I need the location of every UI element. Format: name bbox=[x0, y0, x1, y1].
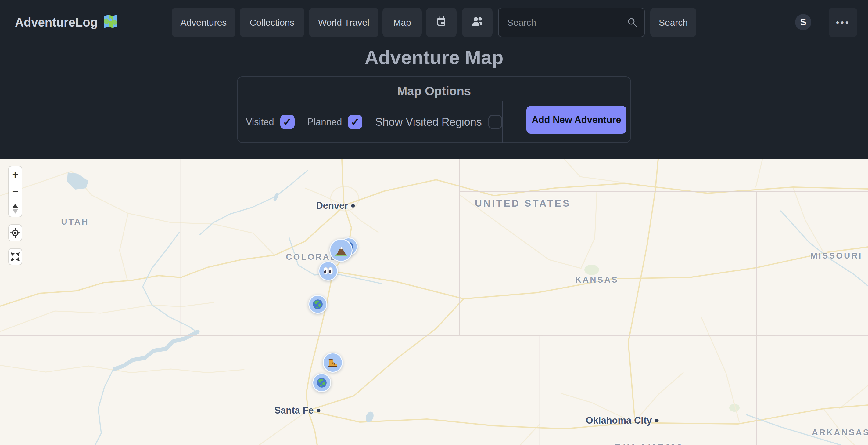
nav-world-travel[interactable]: World Travel bbox=[309, 8, 378, 37]
map-fullscreen-control bbox=[9, 249, 22, 265]
nav-map[interactable]: Map bbox=[382, 8, 422, 37]
nav-collections-label: Collections bbox=[250, 18, 294, 28]
mountain-icon bbox=[334, 243, 348, 258]
hiking-boot-icon bbox=[327, 356, 339, 369]
nav-world-travel-label: World Travel bbox=[318, 18, 369, 28]
folded-map-icon bbox=[102, 13, 118, 32]
add-new-adventure-button[interactable]: Add New Adventure bbox=[526, 106, 626, 134]
mountain-marker[interactable] bbox=[330, 239, 352, 262]
page-title: Adventure Map bbox=[0, 47, 868, 68]
option-visited: Visited✓ bbox=[246, 115, 294, 129]
map-zoom-control: + − bbox=[9, 166, 22, 217]
option-label-planned: Planned bbox=[307, 117, 342, 127]
map-options-title: Map Options bbox=[238, 84, 630, 98]
users-button[interactable] bbox=[462, 8, 493, 37]
nav-collections[interactable]: Collections bbox=[240, 8, 304, 37]
globe-icon bbox=[312, 298, 323, 310]
search-button[interactable]: Search bbox=[650, 8, 696, 37]
adventurelog-app: AdventureLog Adventures Collections Worl… bbox=[0, 0, 868, 445]
fullscreen-button[interactable] bbox=[9, 249, 22, 265]
map-options-card: Map Options Visited✓Planned✓Show Visited… bbox=[237, 76, 631, 143]
avatar[interactable]: S bbox=[795, 14, 811, 30]
pitch-toggle-button[interactable] bbox=[9, 200, 22, 217]
globe-marker[interactable] bbox=[312, 373, 331, 392]
calendar-icon bbox=[435, 15, 447, 30]
search-button-label: Search bbox=[659, 18, 688, 28]
option-planned: Planned✓ bbox=[307, 115, 363, 129]
search-icon bbox=[626, 17, 638, 29]
overflow-menu-button[interactable]: ••• bbox=[829, 8, 857, 37]
geolocate-button[interactable] bbox=[9, 225, 22, 241]
search-field-wrap bbox=[498, 8, 645, 37]
checkbox-planned[interactable]: ✓ bbox=[348, 115, 362, 129]
top-navbar: AdventureLog Adventures Collections Worl… bbox=[0, 8, 868, 37]
nav-adventures[interactable]: Adventures bbox=[172, 8, 236, 37]
check-icon: ✓ bbox=[351, 117, 360, 127]
checkbox-show-visited-regions[interactable] bbox=[488, 115, 502, 129]
zoom-out-button[interactable]: − bbox=[9, 183, 22, 200]
ellipsis-icon: ••• bbox=[836, 18, 850, 27]
map-base-layer bbox=[0, 159, 868, 445]
zoom-in-button[interactable]: + bbox=[9, 166, 22, 183]
option-label-show-visited-regions: Show Visited Regions bbox=[375, 116, 482, 128]
nav-adventures-label: Adventures bbox=[181, 18, 227, 28]
app-name: AdventureLog bbox=[15, 16, 98, 29]
hiking-boot-marker[interactable] bbox=[323, 353, 343, 373]
globe-marker[interactable] bbox=[308, 295, 327, 314]
eyes-marker[interactable] bbox=[318, 261, 338, 281]
avatar-initial: S bbox=[800, 17, 806, 28]
eyes-icon bbox=[322, 265, 334, 277]
option-show-visited-regions: Show Visited Regions bbox=[375, 115, 502, 129]
fullscreen-icon bbox=[9, 251, 21, 263]
nav-map-label: Map bbox=[393, 18, 411, 28]
check-icon: ✓ bbox=[283, 117, 292, 127]
options-divider bbox=[502, 101, 503, 143]
option-label-visited: Visited bbox=[246, 117, 274, 127]
map-geolocate-control bbox=[9, 225, 22, 241]
pitch-toggle-icon bbox=[10, 202, 21, 215]
map-options-row: Visited✓Planned✓Show Visited Regions bbox=[246, 108, 515, 137]
globe-icon bbox=[316, 377, 328, 389]
calendar-button[interactable] bbox=[426, 8, 457, 37]
search-input[interactable] bbox=[498, 8, 645, 37]
geolocate-icon bbox=[9, 227, 21, 239]
app-logo[interactable]: AdventureLog bbox=[15, 8, 118, 37]
users-icon bbox=[471, 15, 484, 30]
map-canvas[interactable]: UNITED STATESUTAHCOLORADOKANSASMISSOURIA… bbox=[0, 159, 868, 445]
checkbox-visited[interactable]: ✓ bbox=[280, 115, 294, 129]
